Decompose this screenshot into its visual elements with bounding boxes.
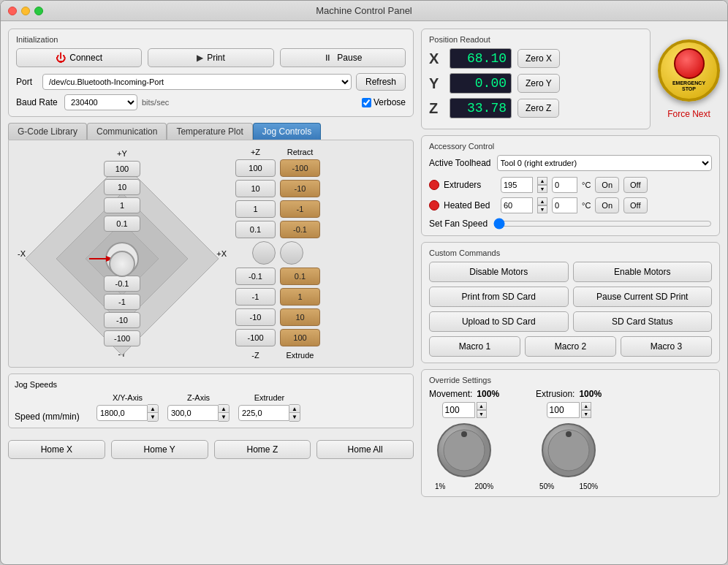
heated-bed-temp2-input[interactable] [552, 197, 577, 213]
extruder-off-button[interactable]: Off [623, 177, 647, 193]
heated-bed-on-button[interactable]: On [595, 197, 619, 213]
retract-10[interactable]: -10 [280, 180, 320, 197]
minimize-button[interactable] [21, 7, 30, 15]
z-minus-1[interactable]: -1 [235, 288, 276, 306]
zero-x-button[interactable]: Zero X [517, 49, 560, 68]
home-buttons-row: Home X Home Y Home Z Home All [8, 440, 414, 459]
connect-button[interactable]: ⏻ Connect [16, 48, 142, 67]
home-x-button[interactable]: Home X [8, 440, 105, 459]
heated-bed-off-button[interactable]: Off [623, 197, 647, 213]
baud-select[interactable]: 230400 [64, 94, 137, 110]
maximize-button[interactable] [34, 7, 43, 15]
port-select[interactable]: /dev/cu.Bluetooth-Incoming-Port [42, 74, 352, 90]
upload-sd-button[interactable]: Upload to SD Card [429, 311, 569, 332]
disable-motors-button[interactable]: Disable Motors [429, 262, 569, 282]
xy-speed-input[interactable] [96, 405, 148, 421]
jog-y-plus-1[interactable]: 1 [104, 197, 140, 213]
pause-icon: ⏸ [323, 53, 333, 63]
z-plus-01[interactable]: 0.1 [235, 221, 276, 238]
extrude-100[interactable]: 100 [280, 329, 320, 346]
ext-spin-up[interactable]: ▲ [289, 405, 300, 413]
ext-circle-button[interactable] [280, 241, 303, 265]
z-circle-button[interactable] [252, 241, 276, 265]
close-button[interactable] [8, 7, 17, 15]
refresh-button[interactable]: Refresh [356, 73, 406, 91]
jog-y-minus-100[interactable]: -100 [104, 330, 140, 346]
verbose-check: Verbose [362, 97, 406, 107]
z-minus-01[interactable]: -0.1 [235, 268, 276, 285]
z-minus-10[interactable]: -10 [235, 308, 276, 326]
home-z-button[interactable]: Home Z [214, 440, 311, 459]
z-spin-up[interactable]: ▲ [219, 405, 229, 413]
extruder-temp-up[interactable]: ▲ [537, 177, 547, 185]
zero-y-button[interactable]: Zero Y [517, 74, 560, 93]
extruder-temp-input[interactable] [501, 177, 533, 193]
print-button[interactable]: ▶ Print [148, 48, 273, 67]
retract-1[interactable]: -1 [280, 200, 320, 218]
movement-knob-svg[interactable] [435, 421, 493, 479]
extrusion-down[interactable]: ▼ [581, 410, 591, 418]
pause-button[interactable]: ⏸ Pause [280, 48, 406, 67]
heated-bed-temp-input[interactable] [501, 197, 533, 213]
sd-status-button[interactable]: SD Card Status [573, 311, 713, 332]
tab-temperature-plot[interactable]: Temperature Plot [167, 123, 252, 140]
extrusion-input[interactable] [547, 402, 580, 418]
xy-header: X/Y-Axis [96, 393, 159, 402]
retract-100[interactable]: -100 [280, 159, 320, 177]
z-spin-down[interactable]: ▼ [219, 413, 229, 421]
jog-y-minus-1[interactable]: -1 [104, 294, 140, 310]
tabs-row: G-Code Library Communication Temperature… [8, 123, 414, 140]
z-plus-100[interactable]: 100 [235, 159, 276, 177]
enable-motors-button[interactable]: Enable Motors [573, 262, 713, 282]
movement-input[interactable] [442, 402, 475, 418]
ext-speed-input[interactable] [238, 405, 289, 421]
extruder-on-button[interactable]: On [595, 177, 619, 193]
extrude-01[interactable]: 0.1 [280, 268, 320, 285]
heated-bed-temp-up[interactable]: ▲ [537, 197, 547, 205]
toolhead-select[interactable]: Tool 0 (right extruder) [497, 155, 712, 171]
jog-y-minus-01[interactable]: -0.1 [104, 276, 140, 292]
tab-jog-controls[interactable]: Jog Controls [253, 123, 321, 140]
extruder-temp2-input[interactable] [552, 177, 577, 193]
movement-header: Movement: 100% [429, 389, 499, 399]
jog-y-plus-10[interactable]: 10 [104, 179, 140, 195]
pause-sd-button[interactable]: Pause Current SD Print [573, 287, 713, 307]
zero-z-button[interactable]: Zero Z [517, 99, 559, 118]
jog-center-button[interactable] [109, 251, 135, 277]
extruder-temp-down[interactable]: ▼ [537, 185, 547, 193]
extrusion-knob-svg[interactable] [539, 421, 598, 479]
home-all-button[interactable]: Home All [316, 440, 414, 459]
jog-y-plus-01[interactable]: 0.1 [104, 216, 140, 232]
verbose-checkbox[interactable] [362, 98, 371, 107]
z-speed-input[interactable] [167, 405, 219, 421]
home-y-button[interactable]: Home Y [111, 440, 208, 459]
extrude-10[interactable]: 10 [280, 308, 320, 326]
emergency-stop-button[interactable]: EMERGENCY STOP [658, 39, 720, 102]
macro3-button[interactable]: Macro 3 [621, 336, 712, 357]
z-plus-1[interactable]: 1 [235, 200, 276, 218]
xy-spin-down[interactable]: ▼ [148, 413, 158, 421]
macro2-button[interactable]: Macro 2 [525, 336, 616, 357]
force-next-button[interactable]: Force Next [667, 109, 710, 119]
svg-point-11 [566, 431, 572, 437]
print-sd-button[interactable]: Print from SD Card [429, 287, 569, 307]
tab-gcode-library[interactable]: G-Code Library [8, 123, 87, 140]
z-plus-10[interactable]: 10 [235, 180, 276, 197]
fan-speed-slider[interactable] [493, 218, 712, 230]
jog-y-minus-10[interactable]: -10 [104, 312, 140, 328]
heated-bed-temp-down[interactable]: ▼ [537, 205, 547, 213]
tab-communication[interactable]: Communication [87, 123, 167, 140]
extrude-1[interactable]: 1 [280, 288, 320, 306]
x-axis-label: X [429, 50, 444, 67]
traffic-lights [8, 7, 43, 15]
ext-spin-down[interactable]: ▼ [289, 413, 300, 421]
retract-01[interactable]: -0.1 [280, 221, 320, 238]
jog-y-plus-100[interactable]: 100 [104, 161, 140, 177]
z-minus-100[interactable]: -100 [235, 329, 276, 346]
macro1-button[interactable]: Macro 1 [429, 336, 520, 357]
xy-spin-up[interactable]: ▲ [148, 405, 158, 413]
extrusion-up[interactable]: ▲ [581, 402, 591, 410]
movement-up[interactable]: ▲ [477, 402, 487, 410]
movement-down[interactable]: ▼ [477, 410, 487, 418]
z-axis-label: Z [429, 100, 444, 117]
